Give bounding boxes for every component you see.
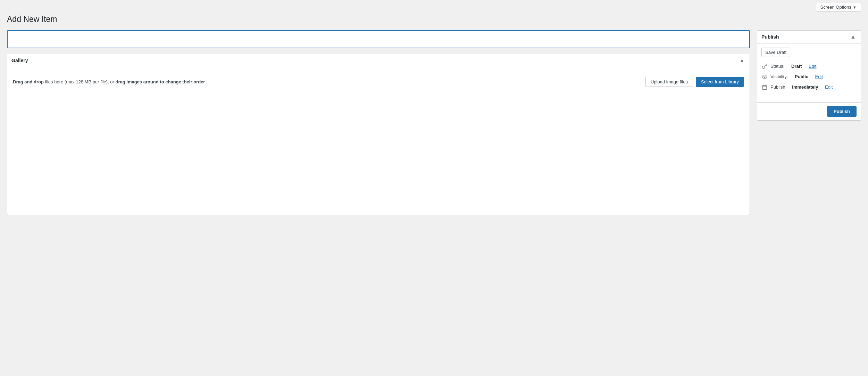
gallery-drop-area: Drag and drop files here (max 128 MB per… bbox=[13, 73, 744, 91]
publish-collapse-icon[interactable]: ▲ bbox=[850, 33, 857, 40]
main-layout: Gallery ▲ Drag and drop files here (max … bbox=[7, 30, 861, 215]
gallery-panel-title: Gallery bbox=[11, 58, 28, 63]
publish-panel: Publish ▲ Save Draft bbox=[757, 30, 861, 121]
save-draft-label: Save Draft bbox=[765, 50, 786, 55]
top-bar: Screen Options ▼ bbox=[0, 0, 868, 14]
publish-panel-header: Publish ▲ bbox=[757, 31, 861, 43]
page-wrapper: Add New Item Gallery ▲ Drag and drop fil… bbox=[0, 14, 868, 222]
screen-options-button[interactable]: Screen Options ▼ bbox=[816, 3, 861, 11]
save-draft-button[interactable]: Save Draft bbox=[761, 48, 790, 57]
gallery-instructions: Drag and drop files here (max 128 MB per… bbox=[13, 79, 205, 85]
library-button-label: Select from Library bbox=[701, 79, 739, 84]
publish-body: Save Draft Statu bbox=[757, 43, 861, 102]
svg-rect-2 bbox=[762, 85, 767, 90]
status-value: Draft bbox=[791, 64, 802, 69]
select-from-library-button[interactable]: Select from Library bbox=[696, 77, 744, 87]
publish-button[interactable]: Publish bbox=[827, 106, 857, 117]
publish-panel-title: Publish bbox=[761, 34, 779, 40]
visibility-label: Visibility: bbox=[770, 74, 788, 79]
upload-image-files-button[interactable]: Upload image files bbox=[645, 77, 693, 87]
page-title: Add New Item bbox=[7, 14, 861, 25]
publish-button-label: Publish bbox=[834, 109, 850, 114]
publish-meta-list: Status: Draft Edit bbox=[761, 61, 857, 92]
sidebar: Publish ▲ Save Draft bbox=[757, 30, 861, 121]
gallery-body: Drag and drop files here (max 128 MB per… bbox=[7, 67, 750, 215]
screen-options-label: Screen Options bbox=[820, 5, 852, 10]
gallery-empty-area bbox=[13, 91, 744, 209]
svg-point-1 bbox=[764, 76, 765, 77]
visibility-value: Public bbox=[795, 74, 808, 79]
drag-drop-bold: Drag and drop bbox=[13, 79, 44, 84]
publish-timing-value: immediately bbox=[792, 84, 818, 90]
gallery-collapse-icon[interactable]: ▲ bbox=[738, 57, 745, 64]
gallery-instructions-part2: files here (max 128 MB per file), or bbox=[44, 79, 116, 84]
publish-footer: Publish bbox=[757, 102, 861, 120]
publish-timing-meta-item: Publish immediately Edit bbox=[761, 82, 857, 92]
drag-order-bold: drag images around to change their order bbox=[115, 79, 205, 84]
upload-button-label: Upload image files bbox=[651, 79, 688, 84]
gallery-header: Gallery ▲ bbox=[7, 54, 750, 67]
key-icon bbox=[761, 63, 768, 70]
gallery-actions: Upload image files Select from Library bbox=[645, 77, 744, 87]
publish-timing-edit-link[interactable]: Edit bbox=[825, 84, 833, 90]
visibility-meta-item: Visibility: Public Edit bbox=[761, 72, 857, 82]
gallery-panel: Gallery ▲ Drag and drop files here (max … bbox=[7, 54, 750, 215]
status-meta-item: Status: Draft Edit bbox=[761, 61, 857, 72]
calendar-icon bbox=[761, 84, 768, 90]
publish-label: Publish bbox=[770, 84, 785, 90]
status-edit-link[interactable]: Edit bbox=[809, 64, 816, 69]
status-label: Status: bbox=[770, 64, 784, 69]
eye-icon bbox=[761, 74, 768, 80]
chevron-down-icon: ▼ bbox=[853, 5, 857, 9]
title-input[interactable] bbox=[7, 30, 750, 48]
content-area: Gallery ▲ Drag and drop files here (max … bbox=[7, 30, 750, 215]
visibility-edit-link[interactable]: Edit bbox=[815, 74, 823, 79]
